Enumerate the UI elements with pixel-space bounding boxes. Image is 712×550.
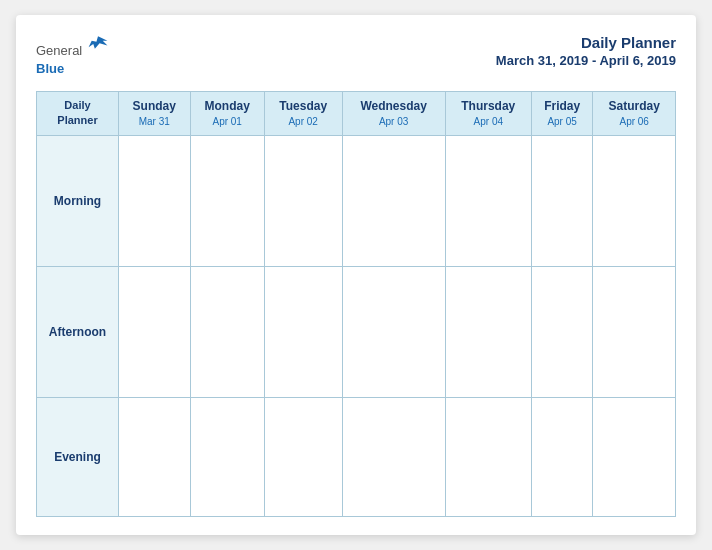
header-tuesday: Tuesday Apr 02 — [264, 92, 342, 136]
planner-title: Daily Planner — [496, 33, 676, 53]
logo-bird-icon — [87, 33, 109, 55]
thursday-name: Thursday — [450, 99, 527, 115]
morning-saturday[interactable] — [593, 135, 676, 266]
morning-thursday[interactable] — [445, 135, 531, 266]
morning-monday[interactable] — [190, 135, 264, 266]
sunday-date: Mar 31 — [123, 115, 186, 128]
logo-text: General Blue — [36, 33, 109, 77]
planner-date-range: March 31, 2019 - April 6, 2019 — [496, 53, 676, 70]
morning-friday[interactable] — [531, 135, 593, 266]
header-wednesday: Wednesday Apr 03 — [342, 92, 445, 136]
logo-area: General Blue — [36, 33, 109, 77]
sunday-name: Sunday — [123, 99, 186, 115]
morning-row: Morning — [37, 135, 676, 266]
evening-monday[interactable] — [190, 397, 264, 516]
logo-general: General — [36, 43, 82, 58]
morning-wednesday[interactable] — [342, 135, 445, 266]
afternoon-friday[interactable] — [531, 266, 593, 397]
evening-saturday[interactable] — [593, 397, 676, 516]
afternoon-sunday[interactable] — [119, 266, 191, 397]
afternoon-tuesday[interactable] — [264, 266, 342, 397]
page: General Blue Daily Planner March 31, 201… — [16, 15, 696, 535]
header-sunday: Sunday Mar 31 — [119, 92, 191, 136]
afternoon-saturday[interactable] — [593, 266, 676, 397]
monday-date: Apr 01 — [195, 115, 260, 128]
wednesday-name: Wednesday — [347, 99, 441, 115]
wednesday-date: Apr 03 — [347, 115, 441, 128]
evening-sunday[interactable] — [119, 397, 191, 516]
first-col-line1: Daily — [64, 99, 90, 111]
friday-name: Friday — [536, 99, 589, 115]
svg-marker-0 — [88, 36, 107, 49]
title-area: Daily Planner March 31, 2019 - April 6, … — [496, 33, 676, 69]
afternoon-thursday[interactable] — [445, 266, 531, 397]
afternoon-row: Afternoon — [37, 266, 676, 397]
friday-date: Apr 05 — [536, 115, 589, 128]
morning-sunday[interactable] — [119, 135, 191, 266]
first-col-line2: Planner — [57, 114, 97, 126]
tuesday-date: Apr 02 — [269, 115, 338, 128]
afternoon-monday[interactable] — [190, 266, 264, 397]
afternoon-wednesday[interactable] — [342, 266, 445, 397]
evening-wednesday[interactable] — [342, 397, 445, 516]
evening-tuesday[interactable] — [264, 397, 342, 516]
header-saturday: Saturday Apr 06 — [593, 92, 676, 136]
morning-label: Morning — [37, 135, 119, 266]
logo-blue: Blue — [36, 61, 64, 76]
saturday-date: Apr 06 — [597, 115, 671, 128]
header-thursday: Thursday Apr 04 — [445, 92, 531, 136]
header: General Blue Daily Planner March 31, 201… — [36, 33, 676, 77]
saturday-name: Saturday — [597, 99, 671, 115]
evening-thursday[interactable] — [445, 397, 531, 516]
header-friday: Friday Apr 05 — [531, 92, 593, 136]
afternoon-label: Afternoon — [37, 266, 119, 397]
monday-name: Monday — [195, 99, 260, 115]
calendar-table: Daily Planner Sunday Mar 31 Monday Apr 0… — [36, 91, 676, 517]
evening-row: Evening — [37, 397, 676, 516]
header-monday: Monday Apr 01 — [190, 92, 264, 136]
header-row: Daily Planner Sunday Mar 31 Monday Apr 0… — [37, 92, 676, 136]
tuesday-name: Tuesday — [269, 99, 338, 115]
evening-friday[interactable] — [531, 397, 593, 516]
header-label-cell: Daily Planner — [37, 92, 119, 136]
evening-label: Evening — [37, 397, 119, 516]
thursday-date: Apr 04 — [450, 115, 527, 128]
morning-tuesday[interactable] — [264, 135, 342, 266]
